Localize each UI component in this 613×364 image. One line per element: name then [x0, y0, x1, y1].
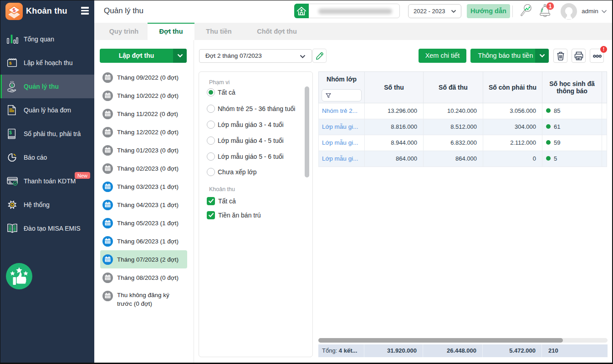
svg-text:$: $ — [9, 61, 12, 66]
svg-text:$: $ — [11, 83, 13, 88]
svg-text:$: $ — [9, 130, 12, 135]
svg-text:1: 1 — [549, 3, 552, 10]
